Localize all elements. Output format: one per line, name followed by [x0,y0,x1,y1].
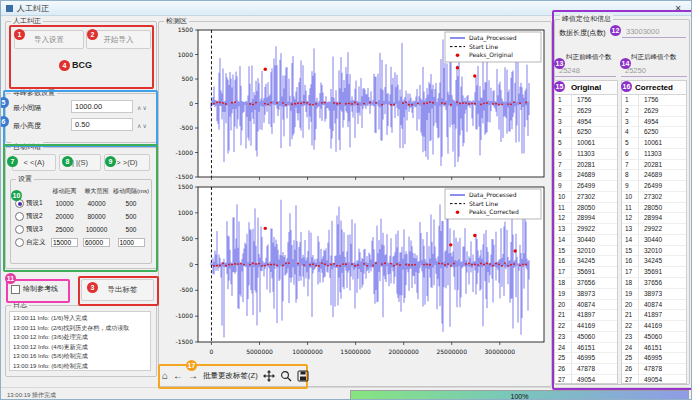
row-index: 15 [555,246,572,256]
move-left-button[interactable]: < <(A) [12,154,56,171]
table-row[interactable]: 22629 [622,106,686,117]
table-row[interactable]: 1938973 [622,289,686,300]
table-row[interactable]: 2749054 [555,375,617,384]
table-row[interactable]: 1329922 [555,224,617,235]
table-row[interactable]: 2546995 [622,353,686,364]
table-row[interactable]: 824689 [555,170,617,181]
row-value: 45060 [639,332,686,342]
row-value: 28050 [572,203,617,213]
table-row[interactable]: 46250 [622,127,686,138]
peaks-table-original[interactable]: Original 1175622629349544625051006161130… [554,80,618,384]
table-row[interactable]: 720281 [555,160,617,171]
preset-1-interval: 500 [113,200,149,207]
table-row[interactable]: 1027302 [622,192,686,203]
min-interval-spinner[interactable]: ∧∨ [137,104,148,111]
table-row[interactable]: 1329922 [622,224,686,235]
checkbox-icon[interactable] [11,285,20,294]
table-row[interactable]: 611303 [555,149,617,160]
table-row[interactable]: 2446151 [622,343,686,354]
window-title: 人工纠正 [17,3,49,14]
custom-interval-input[interactable] [118,238,145,247]
table-row[interactable]: 1430440 [622,235,686,246]
row-value: 28994 [572,213,617,223]
preset-2-radio[interactable] [15,212,24,221]
zoom-icon[interactable] [280,370,292,382]
table-row[interactable]: 2141897 [555,310,617,321]
table-row[interactable]: 2647878 [555,364,617,375]
row-index: 26 [622,364,639,374]
preset-3-range: 100000 [80,226,113,233]
row-value: 40874 [572,300,617,310]
min-height-spinner[interactable]: ∧∨ [137,122,148,129]
table-row[interactable]: 2244169 [622,321,686,332]
table-row[interactable]: 1430440 [555,235,617,246]
table-row[interactable]: 1837656 [555,278,617,289]
row-index: 22 [622,321,639,331]
spin-down-icon[interactable]: ∨ [142,105,147,111]
back-icon[interactable]: ← [173,367,183,384]
row-index: 21 [555,310,572,320]
table-row[interactable]: 1837656 [622,278,686,289]
table-row[interactable]: 2446151 [555,343,617,354]
table-row[interactable]: 510061 [622,138,686,149]
table-row[interactable]: 46250 [555,127,617,138]
table-row[interactable]: 1532010 [555,246,617,257]
table-row[interactable]: 824689 [622,170,686,181]
table-row[interactable]: 2040874 [622,300,686,311]
log-output[interactable]: 13:00:11 Info: (1/6)导入完成13:00:11 Info: (… [9,311,151,371]
table-row[interactable]: 2141897 [622,310,686,321]
table-row[interactable]: 926499 [622,181,686,192]
table-row[interactable]: 11756 [622,95,686,106]
preset-3-radio[interactable] [15,225,24,234]
table-row[interactable]: 34954 [555,117,617,128]
table-row[interactable]: 1938973 [555,289,617,300]
table-row[interactable]: 2244169 [555,321,617,332]
table-row[interactable]: 22629 [555,106,617,117]
signal-chart-top[interactable]: -1500-1000-500050010001500Data_Processed… [161,25,547,183]
row-index: 25 [622,353,639,363]
table-row[interactable]: 1128050 [622,203,686,214]
min-interval-input[interactable] [71,100,133,113]
table-row[interactable]: 34954 [622,117,686,128]
log-group-title: 日志 [11,300,29,310]
table-row[interactable]: 2345060 [622,332,686,343]
reference-line-checkbox[interactable]: 绘制参考线 [11,284,58,294]
min-height-input[interactable] [71,118,133,131]
row-index: 20 [622,300,639,310]
annotation-badge-13: 13 [554,58,565,69]
pan-icon[interactable] [263,370,275,382]
table-row[interactable]: 2749054 [622,375,686,384]
save-icon[interactable] [297,370,309,382]
move-right-label: > >(D) [116,158,137,167]
table-row[interactable]: 2040874 [555,300,617,311]
row-value: 10061 [639,138,686,148]
batch-edit-labels-button[interactable]: 批量更改标签(Z) [203,371,258,381]
table-row[interactable]: 926499 [555,181,617,192]
table-row[interactable]: 510061 [555,138,617,149]
row-index: 20 [555,300,572,310]
table-row[interactable]: 1228994 [622,213,686,224]
peaks-table-corrected[interactable]: Corrected 117562262934954462505100616113… [621,80,687,384]
table-row[interactable]: 1735691 [555,267,617,278]
signal-chart-bottom[interactable]: -1500-1000-50005001000150005000000100000… [161,184,547,362]
table-row[interactable]: 1128050 [555,203,617,214]
custom-radio[interactable] [15,238,24,247]
table-row[interactable]: 1027302 [555,192,617,203]
table-row[interactable]: 720281 [622,160,686,171]
close-icon[interactable]: ✕ [670,4,686,13]
custom-move-input[interactable] [51,238,78,247]
home-icon[interactable]: ⌂ [162,367,168,384]
table-row[interactable]: 2546995 [555,353,617,364]
table-row[interactable]: 11756 [555,95,617,106]
table-row[interactable]: 2647878 [622,364,686,375]
table-row[interactable]: 1634245 [622,256,686,267]
table-row[interactable]: 1532010 [622,246,686,257]
table-row[interactable]: 611303 [622,149,686,160]
custom-range-input[interactable] [83,238,110,247]
spin-down-icon[interactable]: ∨ [142,123,147,129]
table-row[interactable]: 1228994 [555,213,617,224]
table-row[interactable]: 1735691 [622,267,686,278]
table-row[interactable]: 1634245 [555,256,617,267]
table-row[interactable]: 2345060 [555,332,617,343]
row-index: 6 [555,149,572,159]
